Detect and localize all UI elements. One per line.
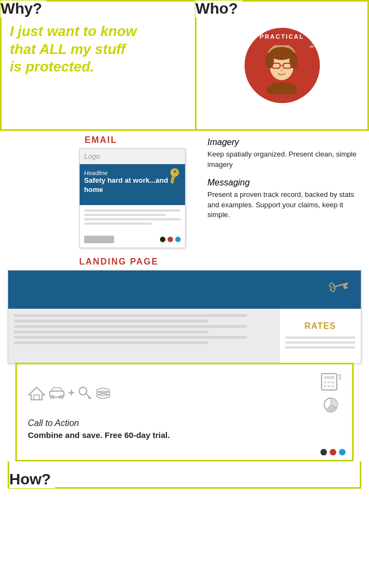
how-label: How?	[9, 471, 55, 488]
email-subheadline: Safety hard at work...and home	[84, 176, 181, 195]
landing-mockup: 🗝 RATES	[8, 270, 361, 364]
svg-point-8	[280, 69, 283, 71]
rates-label: RATES	[304, 321, 336, 331]
why-box: Why? I just want to know that ALL my stu…	[0, 0, 197, 131]
plus-icon: +	[68, 387, 75, 399]
cta-text-area: Call to Action Combine and save. Free 60…	[17, 418, 352, 446]
svg-point-22	[97, 388, 110, 393]
cta-inner: +	[17, 364, 352, 418]
landing-text-line	[14, 336, 247, 339]
key-icon	[78, 386, 92, 399]
landing-text-line	[14, 331, 209, 333]
svg-rect-11	[34, 395, 39, 400]
cta-dot-dark	[320, 449, 327, 455]
email-mockup: Logo Headline Safety hard at work...and …	[79, 148, 186, 248]
imagery-title: Imagery	[207, 137, 361, 147]
messaging-body: Present a proven track record, backed by…	[207, 190, 361, 221]
badge-icon-umbrella: ☂	[309, 44, 314, 51]
landing-text-line	[14, 320, 209, 322]
cta-dot-blue	[339, 449, 346, 455]
cta-box: +	[15, 363, 354, 461]
rates-line	[285, 337, 355, 339]
email-text-line	[84, 218, 181, 220]
cta-dots	[17, 446, 352, 460]
rates-line	[285, 341, 355, 344]
dot-blue	[175, 237, 181, 242]
cta-action-label: Call to Action	[28, 418, 341, 428]
pie-chart-icon	[323, 397, 339, 413]
svg-rect-12	[50, 391, 64, 397]
landing-hero: 🗝	[8, 271, 361, 309]
middle-section: EMAIL Logo Headline Safety hard at work.…	[0, 131, 369, 248]
imagery-body: Keep spatially organized. Present clean,…	[207, 149, 361, 170]
cta-dot-red	[330, 449, 336, 455]
email-logo-bar: Logo	[80, 149, 185, 164]
landing-key-icon: 🗝	[325, 271, 353, 301]
email-footer	[80, 231, 185, 248]
cta-action-text: Combine and save. Free 60-day trial.	[28, 430, 341, 440]
email-cta-button-placeholder	[84, 236, 114, 243]
practical-badge: PRACTICAL	[245, 28, 320, 103]
svg-rect-26	[328, 381, 330, 383]
landing-left-content	[8, 309, 279, 363]
svg-rect-24	[324, 376, 335, 379]
landing-text-line	[14, 325, 247, 328]
house-icon	[28, 385, 45, 400]
email-dots	[160, 237, 181, 242]
why-label: Why?	[1, 1, 46, 17]
landing-rates-panel: RATES	[279, 309, 361, 363]
practical-face-svg	[261, 45, 302, 94]
email-header: Headline Safety hard at work...and home …	[80, 164, 185, 205]
landing-text-line	[14, 314, 247, 317]
dot-dark	[160, 237, 165, 242]
dot-red	[168, 237, 173, 242]
who-label: Who?	[195, 1, 242, 17]
svg-rect-25	[324, 381, 326, 383]
messaging-title: Messaging	[207, 178, 361, 188]
email-section-label: EMAIL	[85, 135, 197, 145]
rates-line	[285, 346, 355, 349]
why-quote-line1: I just want to know	[10, 22, 187, 40]
svg-rect-27	[331, 381, 334, 383]
email-body	[80, 205, 185, 231]
car-icon	[49, 387, 65, 399]
why-quote: I just want to know that ALL my stuff is…	[10, 22, 187, 76]
svg-text:$: $	[338, 373, 341, 381]
email-text-line	[84, 223, 152, 225]
why-quote-line3: is protected.	[10, 58, 187, 76]
how-bar: How?	[8, 461, 361, 489]
cta-right-icons: $	[320, 373, 341, 413]
cta-section: +	[8, 363, 361, 461]
email-text-line	[84, 209, 181, 212]
right-copy: Imagery Keep spatially organized. Presen…	[197, 131, 369, 248]
why-quote-line2: that ALL my stuff	[10, 40, 187, 58]
calculator-icon: $	[320, 373, 341, 391]
practical-text: PRACTICAL	[260, 33, 305, 40]
svg-rect-28	[324, 385, 326, 387]
landing-text-line	[14, 341, 209, 344]
landing-body: RATES	[8, 309, 361, 363]
who-box: Who? PRACTICAL	[197, 0, 369, 131]
cta-icons-group: +	[28, 373, 310, 413]
landing-section-label: LANDING PAGE	[79, 257, 369, 267]
coins-icon	[96, 386, 111, 399]
email-panel: EMAIL Logo Headline Safety hard at work.…	[0, 131, 197, 248]
email-text-line	[84, 214, 166, 216]
svg-rect-30	[331, 385, 334, 387]
badge-icon-left: ✓	[251, 89, 256, 97]
svg-marker-10	[29, 387, 44, 400]
svg-point-9	[266, 82, 297, 94]
svg-rect-29	[328, 385, 330, 387]
